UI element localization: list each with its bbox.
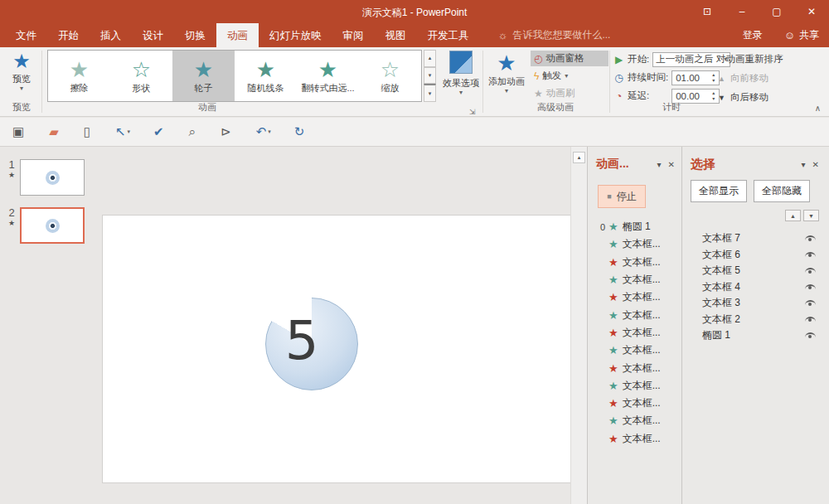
hide-all-button[interactable]: 全部隐藏 xyxy=(754,180,810,202)
slide-canvas[interactable]: 5 xyxy=(102,215,572,483)
selection-item[interactable]: 椭圆 1 xyxy=(682,327,829,344)
close-pane-icon[interactable]: ✕ xyxy=(812,160,819,169)
animation-pane: 动画... ▾ ✕ ■ 停止 0 ★ 椭圆 1 ★ 文本框.. xyxy=(587,147,681,504)
animation-item-label: 文本框... xyxy=(623,379,661,393)
close-pane-icon[interactable]: ✕ xyxy=(668,160,675,169)
bring-forward-icon[interactable]: ▲ xyxy=(785,210,801,221)
save-icon[interactable]: ▣ xyxy=(12,124,26,139)
ribbon-tab[interactable]: 文件 xyxy=(5,23,47,47)
preview-button[interactable]: ★ 预览 ▾ xyxy=(3,51,40,102)
minimize-icon[interactable]: – xyxy=(725,0,759,23)
move-earlier-button[interactable]: ▲ 向前移动 xyxy=(716,70,821,86)
add-animation-button[interactable]: ★ 添加动画 ▾ xyxy=(486,51,527,94)
spellcheck-icon[interactable]: ✔ xyxy=(153,124,166,139)
ribbon-tab[interactable]: 插入 xyxy=(90,23,132,47)
ribbon-tab[interactable]: 动画 xyxy=(216,23,259,47)
animation-painter-button[interactable]: ★ 动画刷 xyxy=(531,85,608,101)
animation-item[interactable]: ★ 文本框... xyxy=(588,306,681,323)
collapse-ribbon-icon[interactable]: ∧ xyxy=(815,104,821,113)
animation-item-label: 文本框... xyxy=(623,396,661,410)
ribbon-tab[interactable]: 开发工具 xyxy=(417,23,480,47)
animation-pane-title: 动画... xyxy=(596,157,629,172)
animation-item[interactable]: ★ 文本框... xyxy=(588,359,681,376)
animation-effect[interactable]: ★ 轮子 xyxy=(172,51,235,101)
selection-item[interactable]: 文本框 2 xyxy=(682,312,829,328)
eye-visibility-icon[interactable] xyxy=(805,235,816,241)
share-button[interactable]: ☺ 共享 xyxy=(774,23,829,47)
open-folder-icon[interactable]: ▰ xyxy=(49,124,61,139)
animation-item[interactable]: ★ 文本框... xyxy=(588,342,681,359)
animation-effect[interactable]: ☆ 缩放 xyxy=(359,51,421,101)
animation-effect[interactable]: ★ 擦除 xyxy=(48,51,110,101)
selection-item[interactable]: 文本框 4 xyxy=(682,279,829,296)
print-preview-icon[interactable]: ⌕ xyxy=(189,124,197,139)
selection-item[interactable]: 文本框 6 xyxy=(682,247,829,264)
ribbon-tab[interactable]: 开始 xyxy=(47,23,90,47)
eye-visibility-icon[interactable] xyxy=(805,332,816,338)
eye-visibility-icon[interactable] xyxy=(805,284,816,290)
selection-item[interactable]: 文本框 7 xyxy=(682,230,829,247)
ribbon-tab[interactable]: 设计 xyxy=(132,23,174,47)
scroll-up-icon[interactable]: ▴ xyxy=(573,152,585,163)
animation-item[interactable]: ★ 文本框... xyxy=(588,271,681,288)
chevron-down-icon[interactable]: ▾ xyxy=(657,160,662,169)
send-backward-icon[interactable]: ▼ xyxy=(803,210,819,221)
animation-item[interactable]: ★ 文本框... xyxy=(588,288,681,306)
dialog-launcher-icon[interactable]: ⇲ xyxy=(469,108,476,116)
thumbnail-preview[interactable] xyxy=(20,207,85,244)
animation-pane-button[interactable]: ◴ 动画窗格 xyxy=(531,51,608,66)
selection-item[interactable]: 文本框 5 xyxy=(682,263,829,279)
show-all-button[interactable]: 全部显示 xyxy=(691,180,747,202)
ribbon-tab[interactable]: 视图 xyxy=(375,23,417,47)
animation-item[interactable]: ★ 文本框... xyxy=(588,377,681,395)
gallery-scroll-up-icon[interactable]: ▴ xyxy=(424,50,436,67)
animation-effect[interactable]: ☆ 形状 xyxy=(110,51,172,101)
input-mode-icon[interactable]: ↖ ▾ xyxy=(115,124,130,139)
ribbon-tab[interactable]: 幻灯片放映 xyxy=(259,23,332,47)
animation-item[interactable]: ★ 文本框... xyxy=(588,254,681,271)
animation-star-icon: ★ xyxy=(608,257,618,268)
canvas-scrollbar[interactable]: ▴ xyxy=(570,147,587,504)
close-icon[interactable]: ✕ xyxy=(794,0,829,23)
animation-item[interactable]: ★ 文本框... xyxy=(588,395,681,412)
countdown-circle[interactable]: 5 xyxy=(265,298,358,390)
gallery-more-icon[interactable]: ▾ xyxy=(424,84,436,102)
animation-star-icon: ★ xyxy=(608,345,618,356)
login-button[interactable]: 登录 xyxy=(731,28,774,42)
tell-me-box[interactable]: ☼ 告诉我您想要做什么... xyxy=(498,23,611,47)
animation-star-icon: ★ xyxy=(5,219,18,227)
selection-item[interactable]: 文本框 3 xyxy=(682,295,829,312)
animation-item[interactable]: ★ 文本框... xyxy=(588,235,681,253)
animation-item[interactable]: ★ 文本框... xyxy=(588,430,681,448)
ribbon-tab[interactable]: 审阅 xyxy=(332,23,375,47)
slideshow-icon[interactable]: ⊳ xyxy=(221,124,233,139)
move-later-button[interactable]: ▼ 向后移动 xyxy=(716,90,821,105)
animation-item[interactable]: ★ 文本框... xyxy=(588,324,681,342)
ribbon-tab[interactable]: 切换 xyxy=(174,23,216,47)
ribbon-divider xyxy=(41,51,42,113)
effect-options-button[interactable]: 效果选项 ▾ xyxy=(441,51,481,96)
ribbon-display-options-icon[interactable]: ⊡ xyxy=(690,0,725,23)
trigger-button[interactable]: ϟ 触发 ▾ xyxy=(531,68,608,84)
new-document-icon[interactable]: ▯ xyxy=(84,124,92,139)
start-label: 开始: xyxy=(628,53,649,65)
animation-star-icon: ★ xyxy=(608,380,618,391)
duration-spinner[interactable]: 01.00 ▴ ▾ xyxy=(671,70,720,85)
redo-icon[interactable]: ↻ xyxy=(294,124,307,139)
eye-visibility-icon[interactable] xyxy=(805,317,816,322)
animation-item[interactable]: ★ 文本框... xyxy=(588,412,681,429)
animation-item[interactable]: 0 ★ 椭圆 1 xyxy=(588,218,681,235)
thumbnail-preview[interactable] xyxy=(20,159,85,196)
animation-item-label: 文本框... xyxy=(623,361,661,376)
eye-visibility-icon[interactable] xyxy=(805,268,816,274)
maximize-icon[interactable]: ▢ xyxy=(759,0,794,23)
stop-button[interactable]: ■ 停止 xyxy=(598,185,646,208)
animation-effect[interactable]: ★ 翻转式由远... xyxy=(297,51,359,101)
gallery-scroll-down-icon[interactable]: ▾ xyxy=(424,67,436,85)
undo-icon[interactable]: ↶ ▾ xyxy=(256,124,271,139)
chevron-down-icon[interactable]: ▾ xyxy=(802,160,806,169)
eye-visibility-icon[interactable] xyxy=(805,252,816,258)
star-icon: ★ xyxy=(70,57,89,82)
eye-visibility-icon[interactable] xyxy=(805,300,816,306)
animation-effect[interactable]: ★ 随机线条 xyxy=(235,51,297,101)
